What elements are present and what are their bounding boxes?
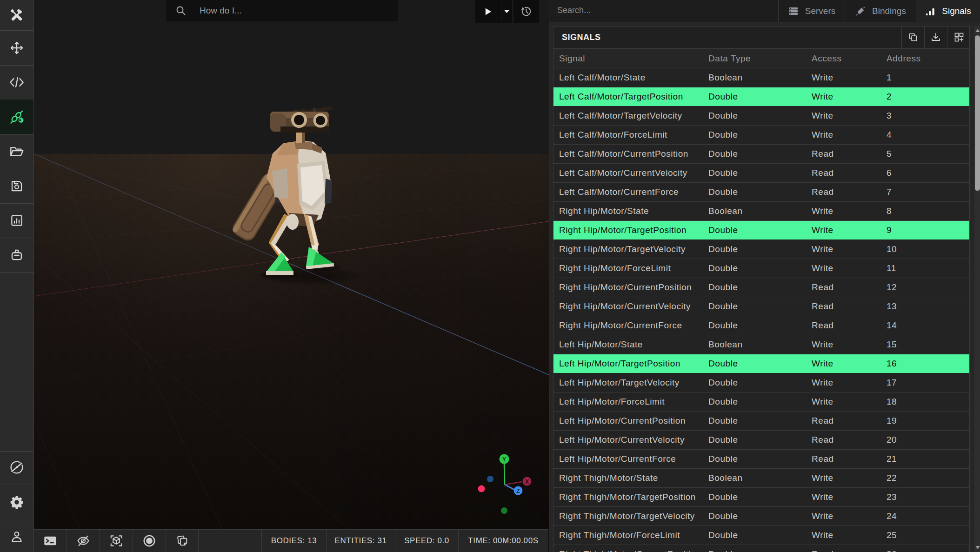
svg-text:X: X <box>525 479 529 485</box>
svg-text:Z: Z <box>516 488 520 494</box>
svg-text:Y: Y <box>502 456 506 463</box>
